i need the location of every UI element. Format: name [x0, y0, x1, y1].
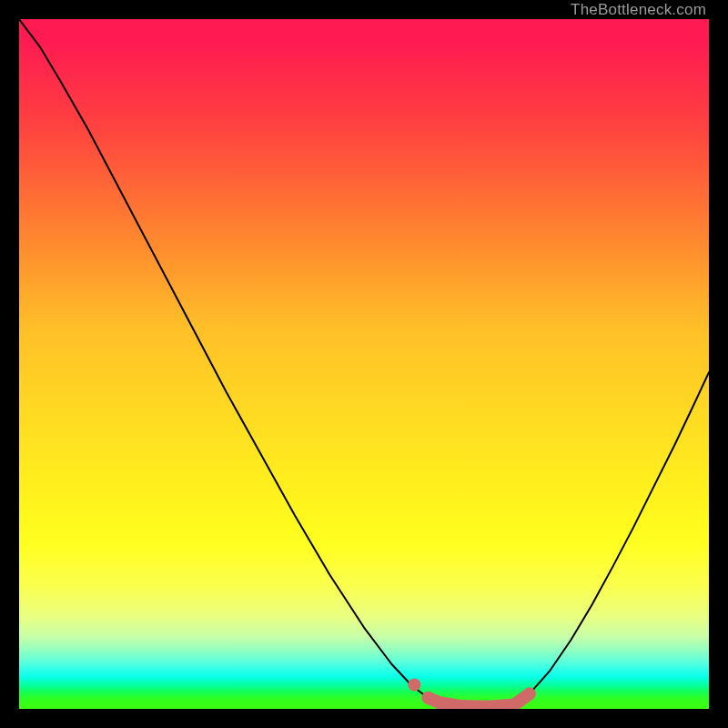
plot-area — [19, 19, 709, 709]
highlight-dot — [421, 692, 434, 704]
right-curve — [514, 372, 709, 704]
watermark-text: TheBottleneck.com — [571, 0, 706, 19]
highlight-dots-group — [408, 678, 434, 703]
left-curve — [19, 19, 514, 707]
highlight-band — [428, 693, 529, 706]
highlight-dot — [408, 678, 420, 691]
chart-frame: TheBottleneck.com — [0, 0, 728, 728]
chart-svg — [19, 19, 709, 709]
